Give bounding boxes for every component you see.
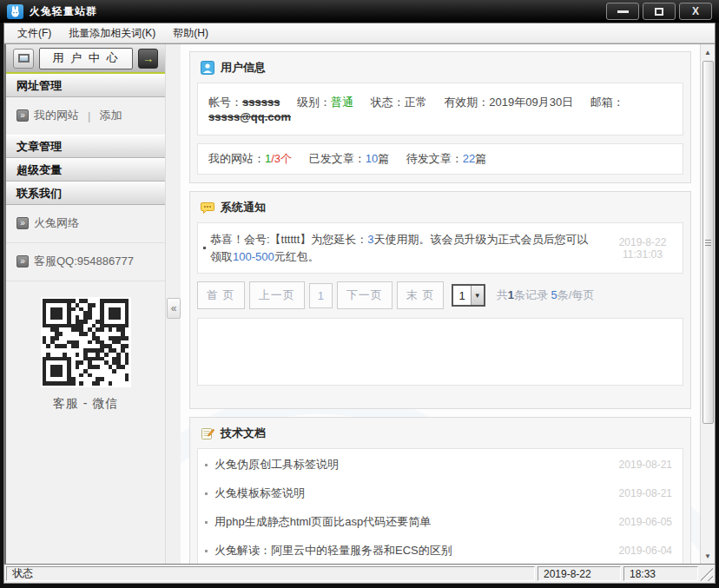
current-page-indicator[interactable]: 1 — [309, 283, 333, 308]
menu-batch-add-keywords[interactable]: 批量添加相关词(K) — [61, 23, 163, 43]
total-records-value: 1 — [508, 288, 514, 301]
status-date: 2019-8-22 — [538, 566, 621, 581]
doc-title[interactable]: 火兔伪原创工具标签说明 — [214, 457, 619, 472]
doc-row[interactable]: 用php生成静态html页面比asp代码还要简单 2019-06-05 — [198, 508, 683, 537]
user-center-button[interactable]: 用 户 中 心 — [39, 48, 133, 69]
app-window: 火兔轻量站群 X 文件(F) 批量添加相关词(K) 帮助(H) 用 户 中 心 … — [0, 0, 719, 588]
sidebar-section-site-management[interactable]: 网址管理 — [6, 74, 165, 97]
sidebar: 用 户 中 心 → 网址管理 » 我的网站 | 添加 文章管理 超级变量 联系我… — [4, 44, 165, 564]
chevron-right-icon: » — [16, 255, 29, 268]
doc-row[interactable]: 火兔模板标签说明 2019-08-21 — [198, 479, 683, 508]
page-select-value: 1 — [453, 289, 470, 302]
summary-part: 共 — [497, 288, 508, 301]
minimize-button[interactable] — [606, 3, 639, 20]
qr-caption: 客服 - 微信 — [6, 396, 165, 412]
monitor-button[interactable] — [13, 49, 34, 69]
email-value: sssss@qq.com — [208, 110, 291, 123]
sidebar-link-huotu-network[interactable]: 火兔网络 — [34, 215, 79, 231]
rabbit-app-icon — [7, 4, 23, 19]
sidebar-splitter[interactable]: « — [165, 44, 181, 564]
status-text: 状态 — [6, 566, 535, 581]
notice-text: 恭喜！会号:【tttttt】为您延长：3天使用期。该会员升级为正式会员后您可以领… — [210, 223, 603, 273]
sidebar-section-super-variables[interactable]: 超级变量 — [6, 158, 165, 182]
level-value: 普通 — [331, 96, 353, 109]
scroll-down-button[interactable]: ▼ — [702, 549, 715, 563]
bullet-icon — [205, 492, 208, 495]
pagination-summary: 共1条记录 5条/每页 — [497, 287, 595, 303]
summary-part: 条记录 — [514, 288, 551, 301]
doc-row[interactable]: 火兔解读：阿里云中的轻量服务器和ECS的区别 2019-06-04 — [198, 537, 683, 564]
pending-unit: 篇 — [475, 152, 486, 165]
pending-label: 待发文章： — [406, 152, 463, 165]
speech-bubble-icon — [201, 202, 214, 215]
doc-date: 2019-08-21 — [619, 459, 672, 471]
doc-title[interactable]: 火兔解读：阿里云中的轻量服务器和ECS的区别 — [214, 543, 619, 558]
close-button[interactable]: X — [679, 3, 712, 20]
vertical-scrollbar[interactable]: ▲ ▼ — [700, 44, 715, 564]
user-icon — [201, 61, 214, 75]
doc-date: 2019-06-05 — [619, 516, 672, 528]
forward-arrow-button[interactable]: → — [138, 49, 158, 69]
menu-bar: 文件(F) 批量添加相关词(K) 帮助(H) — [4, 23, 715, 43]
scrollbar-thumb[interactable] — [703, 61, 714, 424]
rabbit-icon — [10, 6, 21, 17]
status-bar: 状态 2019-8-22 18:33 — [3, 565, 716, 584]
published-value: 10 — [366, 152, 378, 165]
sidebar-section-article-management[interactable]: 文章管理 — [6, 135, 165, 158]
chevron-right-icon: » — [16, 217, 29, 229]
account-value: ssssss — [242, 96, 280, 109]
prev-page-button[interactable]: 上一页 — [249, 281, 305, 309]
notice-text-part: 元红包。 — [274, 250, 320, 263]
bullet-icon — [205, 521, 208, 524]
maximize-button[interactable] — [643, 3, 676, 20]
doc-date: 2019-08-21 — [619, 487, 672, 499]
published-unit: 篇 — [378, 152, 389, 165]
sidebar-huotu-network-row: » 火兔网络 — [6, 205, 165, 243]
qr-code-wrap — [41, 297, 131, 387]
expiry-value: 2019年09月30日 — [489, 96, 573, 109]
tech-docs-panel: 技术文档 火兔伪原创工具标签说明 2019-08-21 火兔模板标签说明 201… — [189, 417, 691, 564]
app-body: 用 户 中 心 → 网址管理 » 我的网站 | 添加 文章管理 超级变量 联系我… — [4, 43, 715, 564]
scroll-up-button[interactable]: ▲ — [702, 45, 715, 59]
status-label: 状态： — [371, 96, 405, 109]
collapse-sidebar-button[interactable]: « — [167, 298, 181, 319]
account-label: 帐号： — [208, 96, 242, 109]
sidebar-link-add-site[interactable]: 添加 — [99, 108, 122, 123]
user-info-header: 用户信息 — [190, 52, 690, 83]
page-select-dropdown[interactable]: 1 ▼ — [452, 284, 485, 307]
document-pencil-icon — [201, 426, 214, 440]
doc-row[interactable]: 火兔伪原创工具标签说明 2019-08-21 — [198, 451, 683, 479]
resize-grip[interactable] — [701, 566, 713, 581]
menu-help[interactable]: 帮助(H) — [165, 23, 216, 43]
sidebar-toolbar: 用 户 中 心 → — [6, 44, 165, 74]
system-notice-panel: 系统通知 恭喜！会号:【tttttt】为您延长：3天使用期。该会员升级为正式会员… — [189, 191, 691, 409]
sites-total-value: /3个 — [271, 152, 292, 165]
doc-list: 火兔伪原创工具标签说明 2019-08-21 火兔模板标签说明 2019-08-… — [197, 448, 683, 564]
my-sites-label: 我的网站： — [208, 152, 265, 165]
main-content: 用户信息 帐号：ssssss 级别：普通 状态：正常 有效期：2019年09月3… — [181, 44, 700, 564]
first-page-button[interactable]: 首 页 — [197, 281, 245, 309]
bullet-icon — [205, 464, 208, 466]
doc-title[interactable]: 火兔模板标签说明 — [214, 486, 619, 501]
bullet-icon — [198, 223, 210, 273]
sidebar-link-service-qq[interactable]: 客服QQ:954886777 — [34, 254, 134, 269]
notice-row[interactable]: 恭喜！会号:【tttttt】为您延长：3天使用期。该会员升级为正式会员后您可以领… — [198, 223, 683, 273]
summary-part: 条/每页 — [557, 288, 595, 301]
sidebar-section-contact-us[interactable]: 联系我们 — [6, 182, 165, 205]
notice-bonus-value: 100-500 — [233, 250, 274, 263]
sidebar-link-my-sites[interactable]: 我的网站 — [34, 108, 79, 123]
status-value: 正常 — [405, 96, 427, 109]
last-page-button[interactable]: 末 页 — [397, 281, 445, 309]
next-page-button[interactable]: 下一页 — [337, 281, 392, 309]
menu-file[interactable]: 文件(F) — [10, 23, 59, 43]
title-bar: 火兔轻量站群 X — [0, 0, 719, 23]
minimize-icon — [617, 10, 629, 13]
chevron-down-icon: ▼ — [471, 286, 484, 305]
notice-empty-area — [197, 318, 683, 386]
doc-title[interactable]: 用php生成静态html页面比asp代码还要简单 — [214, 514, 619, 530]
expiry-label: 有效期： — [444, 96, 489, 109]
sidebar-site-links: » 我的网站 | 添加 — [6, 97, 165, 135]
link-separator: | — [84, 109, 94, 122]
window-controls: X — [606, 3, 712, 20]
close-icon: X — [692, 6, 699, 17]
